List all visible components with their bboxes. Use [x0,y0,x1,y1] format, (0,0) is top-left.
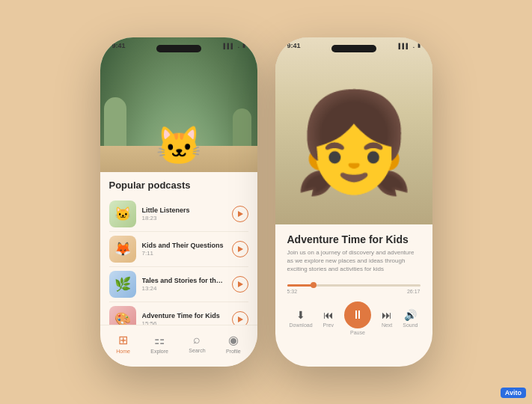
sound-icon: 🔊 [404,309,417,321]
podcast-item-2[interactable]: 🦊 Kids and Their Questions 7:11 [109,232,248,267]
section-title: Popular podcasts [109,180,248,191]
girl-scene: 👧 [275,37,432,224]
pause-label: Pause [350,330,365,335]
podcast-thumb-2: 🦊 [109,236,136,263]
search-icon: ⌕ [193,333,201,346]
podcast-thumb-3: 🌿 [109,271,136,298]
play-button-1[interactable] [232,206,248,222]
prev-icon: ⏮ [323,309,334,321]
nav-item-search[interactable]: ⌕ Search [189,333,205,353]
player-title: Adventure Time for Kids [287,233,421,245]
podcast-name-4: Adventure Time for Kids [142,312,226,320]
pause-icon: ⏸ [352,308,364,322]
download-icon: ⬇ [296,309,305,321]
podcast-section: Popular podcasts 🐱 Little Listeners 18:2… [100,172,257,337]
bottom-nav: ⊞ Home ⚏ Explore ⌕ Search ◉ Profile [100,325,257,367]
home-icon: ⊞ [118,333,128,347]
progress-bar-track[interactable] [287,284,421,287]
podcast-item-1[interactable]: 🐱 Little Listeners 18:23 [109,197,248,232]
wifi-icon-right: ᎐ [412,43,415,49]
ctrl-download[interactable]: ⬇ Download [289,309,312,328]
explore-label: Explore [150,349,168,354]
player-controls: ⬇ Download ⏮ Prev ⏸ Pause ⏭ Next 🔊 Sound [275,297,432,341]
hero-area-right: 👧 [275,37,432,224]
pause-button[interactable]: ⏸ [344,302,371,328]
signal-icon-right: ▌▌▌ [399,43,410,49]
podcast-name-2: Kids and Their Questions [142,242,226,250]
progress-dot [311,282,317,288]
ctrl-next[interactable]: ⏭ Next [382,309,392,328]
current-time: 5:32 [287,289,298,294]
time-left: 9:41 [112,42,126,49]
search-label: Search [189,348,205,353]
podcast-name-3: Tales and Stories for the Young Ones [142,277,226,285]
play-button-3[interactable] [232,276,248,293]
podcast-info-2: Kids and Their Questions 7:11 [142,242,226,257]
play-button-2[interactable] [232,241,248,257]
podcast-name-1: Little Listeners [142,206,226,215]
play-triangle-2 [238,246,243,252]
battery-icon-right: ▮ [418,43,421,49]
hero-area-left: 🐱 [100,37,257,172]
status-bar-left: 9:41 ▌▌▌ ᎐ ▮ [100,42,257,49]
podcast-duration-1: 18:23 [142,215,226,221]
progress-bar-fill [287,284,314,287]
podcast-info-3: Tales and Stories for the Young Ones 13:… [142,277,226,293]
podcast-item-3[interactable]: 🌿 Tales and Stories for the Young Ones 1… [109,267,248,302]
download-label: Download [289,322,312,328]
play-triangle-1 [238,211,243,217]
battery-icon-left: ▮ [242,43,245,49]
profile-icon: ◉ [228,333,239,347]
nav-item-home[interactable]: ⊞ Home [116,333,130,354]
ctrl-prev[interactable]: ⏮ Prev [323,309,334,328]
phones-container: 9:41 ▌▌▌ ᎐ ▮ 🐱 Popular podcasts 🐱 Little… [100,37,432,367]
signal-icon-left: ▌▌▌ [224,43,235,49]
girl-illustration: 👧 [293,94,415,191]
podcast-info-1: Little Listeners 18:23 [142,206,226,222]
ctrl-pause[interactable]: ⏸ Pause [344,302,371,335]
player-description: Join us on a journey of discovery and ad… [287,248,421,274]
time-right: 9:41 [287,42,301,49]
status-bar-right: 9:41 ▌▌▌ ᎐ ▮ [275,42,432,49]
avito-badge: Avito [501,388,526,398]
sound-label: Sound [403,322,418,328]
wifi-icon-left: ᎐ [237,43,240,49]
player-info: Adventure Time for Kids Join us on a jou… [275,224,432,278]
ctrl-sound[interactable]: 🔊 Sound [403,309,418,328]
nav-item-explore[interactable]: ⚏ Explore [150,333,168,354]
explore-icon: ⚏ [154,333,165,347]
status-icons-left: ▌▌▌ ᎐ ▮ [224,43,245,49]
progress-area[interactable]: 5:32 26:17 [275,278,432,297]
right-phone: 9:41 ▌▌▌ ᎐ ▮ 👧 Adventure Time for Kids J… [275,37,432,367]
play-triangle-4 [238,316,243,322]
status-icons-right: ▌▌▌ ᎐ ▮ [399,43,421,49]
left-phone: 9:41 ▌▌▌ ᎐ ▮ 🐱 Popular podcasts 🐱 Little… [100,37,257,367]
cat-area: 🐱 [156,127,202,165]
prev-label: Prev [323,322,334,328]
home-label: Home [116,349,130,354]
profile-label: Profile [226,349,241,354]
next-icon: ⏭ [382,309,392,321]
podcast-duration-2: 7:11 [142,250,226,257]
podcast-thumb-1: 🐱 [109,201,136,227]
progress-times: 5:32 26:17 [287,289,421,294]
podcast-duration-3: 13:24 [142,285,226,292]
nav-item-profile[interactable]: ◉ Profile [226,333,241,354]
play-triangle-3 [238,281,243,287]
next-label: Next [382,322,392,328]
total-time: 26:17 [407,289,421,294]
